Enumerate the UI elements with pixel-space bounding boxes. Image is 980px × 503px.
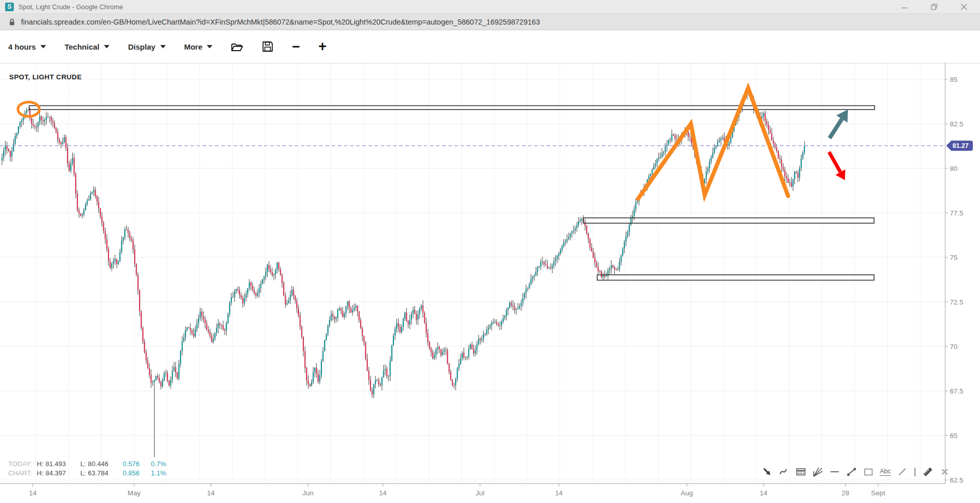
- svg-text:82.5: 82.5: [950, 120, 963, 128]
- change-pct-value: 0.7%: [151, 460, 179, 468]
- close-drawing-toolbar-button[interactable]: [939, 465, 951, 478]
- stats-row-today: TODAY: H: 81.493 L: 80.446 0.576 0.7%: [8, 460, 179, 468]
- high-value: 84.397: [46, 469, 72, 477]
- svg-text:14: 14: [759, 489, 768, 497]
- lock-icon: [9, 18, 15, 26]
- low-value: 63.784: [88, 469, 115, 477]
- chart-title: SPOT, LIGHT CRUDE: [9, 73, 82, 81]
- chevron-down-icon: [104, 45, 110, 49]
- svg-text:14: 14: [379, 489, 387, 497]
- trend-line-icon: [846, 466, 857, 477]
- high-label: H:: [37, 469, 43, 477]
- zoom-in-button[interactable]: +: [318, 41, 326, 52]
- stats-label: TODAY:: [8, 460, 37, 468]
- rectangle-icon: [863, 467, 874, 477]
- svg-text:14: 14: [555, 489, 563, 497]
- pointer-arrow-icon: [762, 467, 772, 477]
- svg-text:Sept: Sept: [871, 489, 885, 497]
- restore-button[interactable]: [930, 3, 938, 11]
- svg-text:65: 65: [950, 432, 957, 440]
- svg-text:85: 85: [950, 76, 957, 83]
- menu-more-label: More: [184, 42, 203, 51]
- svg-text:67.5: 67.5: [950, 387, 963, 395]
- restore-icon: [931, 4, 938, 10]
- window-controls: [900, 3, 975, 11]
- change-value: 0.576: [123, 460, 151, 468]
- low-label: L:: [80, 460, 86, 468]
- menu-more[interactable]: More: [184, 42, 213, 51]
- stats-row-chart: CHART: H: 84.397 L: 63.784 0.856 1.1%: [8, 469, 179, 477]
- text-tool-button[interactable]: Abc: [879, 465, 891, 478]
- svg-text:14: 14: [29, 489, 37, 497]
- close-window-icon: [961, 4, 967, 10]
- current-price-tag: 81.27: [952, 142, 968, 149]
- svg-text:80: 80: [950, 165, 957, 172]
- low-label: L:: [80, 469, 86, 477]
- open-chart-button[interactable]: [231, 41, 244, 52]
- diagonal-line-tool-button[interactable]: [896, 465, 908, 478]
- horizontal-line-tool-button[interactable]: [829, 465, 841, 478]
- low-value: 80.446: [88, 460, 115, 468]
- stats-label: CHART:: [8, 469, 37, 477]
- fan-lines-icon: [812, 466, 823, 477]
- high-label: H:: [37, 460, 43, 468]
- menu-technical[interactable]: Technical: [64, 42, 110, 51]
- high-value: 81.493: [46, 460, 72, 468]
- svg-text:77.5: 77.5: [950, 209, 963, 217]
- url-bar[interactable]: financials.spreadex.com/en-GB/Home/LiveC…: [0, 14, 980, 30]
- table-icon: [795, 467, 807, 477]
- minimize-button[interactable]: [900, 3, 908, 11]
- trend-line-tool-button[interactable]: [845, 465, 858, 478]
- text-tool-label: Abc: [880, 468, 891, 476]
- svg-text:May: May: [127, 489, 141, 497]
- change-value: 0.856: [123, 469, 151, 477]
- zoom-out-button[interactable]: −: [292, 41, 300, 52]
- window-title: Spot, Light Crude - Google Chrome: [18, 3, 123, 11]
- curve-icon: [779, 467, 789, 477]
- close-icon: [941, 468, 949, 476]
- change-pct-value: 1.1%: [151, 469, 179, 477]
- window-titlebar: S Spot, Light Crude - Google Chrome: [0, 0, 980, 14]
- menu-display-label: Display: [128, 42, 155, 51]
- menu-display[interactable]: Display: [128, 42, 165, 51]
- toolbar-separator: [914, 468, 916, 476]
- ruler-tool-button[interactable]: [922, 465, 934, 478]
- rectangle-tool-button[interactable]: [862, 465, 875, 478]
- minimize-icon: [901, 4, 908, 10]
- open-folder-icon: [231, 41, 244, 52]
- price-chart-canvas[interactable]: 8582.58077.57572.57067.56562.514May14Jun…: [0, 0, 980, 503]
- svg-text:62.5: 62.5: [950, 476, 963, 484]
- stats-panel: TODAY: H: 81.493 L: 80.446 0.576 0.7% CH…: [8, 460, 179, 478]
- save-icon: [262, 41, 273, 52]
- svg-text:70: 70: [950, 343, 957, 351]
- menu-technical-label: Technical: [64, 42, 99, 51]
- curve-tool-button[interactable]: [778, 465, 790, 478]
- menu-timeframe-label: 4 hours: [8, 42, 36, 51]
- svg-text:75: 75: [950, 254, 957, 261]
- svg-text:28: 28: [841, 489, 849, 497]
- site-favicon: S: [5, 3, 14, 11]
- diagonal-line-icon: [897, 467, 907, 477]
- chevron-down-icon: [207, 45, 212, 49]
- url-text[interactable]: financials.spreadex.com/en-GB/Home/LiveC…: [21, 18, 540, 26]
- ruler-icon: [922, 466, 934, 478]
- close-window-button[interactable]: [960, 3, 968, 11]
- drawing-toolbar: Abc: [761, 465, 951, 478]
- table-tool-button[interactable]: [795, 465, 807, 478]
- svg-text:Jul: Jul: [475, 489, 484, 497]
- svg-text:Aug: Aug: [681, 489, 693, 497]
- save-chart-button[interactable]: [262, 41, 273, 52]
- menu-timeframe[interactable]: 4 hours: [8, 42, 46, 51]
- chevron-down-icon: [40, 45, 46, 49]
- chart-toolbar: 4 hours Technical Display More − +: [0, 30, 980, 63]
- svg-text:14: 14: [207, 489, 215, 497]
- chevron-down-icon: [160, 45, 166, 49]
- pointer-tool-button[interactable]: [761, 465, 773, 478]
- svg-text:72.5: 72.5: [950, 298, 963, 306]
- fan-lines-tool-button[interactable]: [812, 465, 824, 478]
- horizontal-line-icon: [829, 467, 840, 477]
- svg-text:Jun: Jun: [302, 489, 314, 497]
